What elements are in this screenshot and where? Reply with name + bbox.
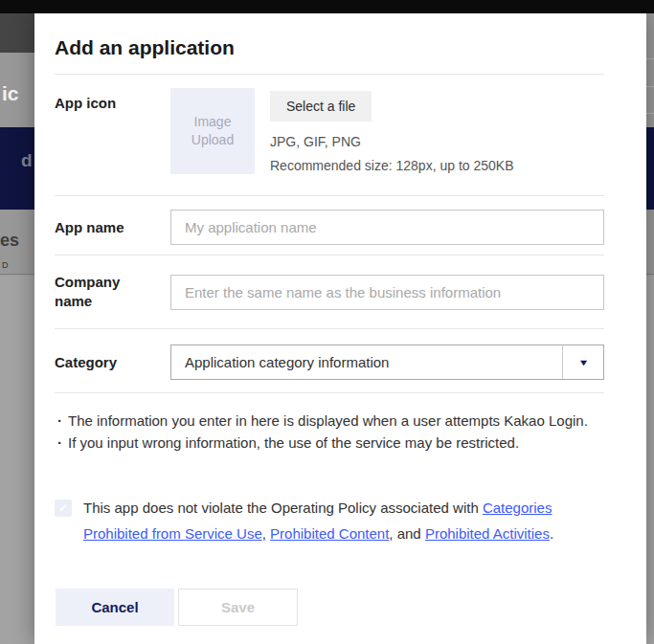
backdrop-segment [646, 210, 654, 275]
note-text: If you input wrong information, the use … [68, 432, 519, 454]
chevron-down-icon: ▼ [577, 358, 589, 367]
cancel-button[interactable]: Cancel [56, 588, 174, 626]
policy-text-after: . [550, 525, 553, 542]
policy-separator: , [262, 525, 270, 542]
backdrop-navy-band: d [0, 127, 34, 210]
add-application-modal: Add an application App icon Image Upload… [34, 13, 646, 644]
link-prohibited-activities[interactable]: Prohibited Activities [425, 525, 550, 542]
app-name-input[interactable] [170, 210, 604, 245]
backdrop-segment [646, 13, 654, 127]
backdrop-text-fragment: es [0, 231, 19, 251]
backdrop-text-fragment: ic [2, 82, 19, 105]
category-select[interactable]: Application category information ▼ [170, 344, 604, 380]
note-item: · The information you enter in here is d… [55, 410, 604, 432]
app-name-label: App name [55, 218, 170, 237]
notes-list: · The information you enter in here is d… [55, 410, 604, 454]
backdrop-segment [646, 276, 654, 644]
link-prohibited-content[interactable]: Prohibited Content [270, 525, 389, 542]
backdrop-top-bar [0, 0, 654, 13]
select-file-button[interactable]: Select a file [270, 91, 372, 122]
backdrop-text-fragment: D [2, 260, 9, 270]
image-upload-placeholder-text: Image Upload [180, 113, 245, 149]
modal-title: Add an application [55, 36, 604, 59]
image-upload-dropzone[interactable]: Image Upload [170, 88, 255, 174]
company-name-label: Company name [55, 273, 170, 311]
note-item: · If you input wrong information, the us… [55, 432, 604, 454]
file-formats-text: JPG, GIF, PNG [270, 130, 514, 154]
backdrop-right-strip [646, 13, 654, 644]
save-button[interactable]: Save [178, 588, 298, 626]
backdrop-segment [0, 276, 34, 644]
backdrop-navy-band [646, 127, 654, 210]
size-recommendation-text: Recommended size: 128px, up to 250KB [270, 154, 514, 178]
bullet-icon: · [55, 410, 68, 432]
form-row-company-name: Company name [55, 255, 604, 328]
backdrop-segment: es D [0, 210, 34, 275]
category-dropdown-button[interactable]: ▼ [562, 345, 603, 379]
policy-separator: , and [389, 525, 425, 542]
form-row-app-name: App name [55, 196, 604, 255]
backdrop-text-fragment: d [21, 150, 33, 171]
backdrop-segment: ic [0, 53, 34, 127]
app-icon-field: Image Upload Select a file JPG, GIF, PNG… [170, 88, 514, 178]
category-select-value: Application category information [171, 345, 562, 379]
company-name-input[interactable] [170, 275, 604, 310]
app-icon-label: App icon [55, 88, 170, 178]
policy-text-before: This app does not violate the Operating … [83, 500, 483, 516]
policy-text: This app does not violate the Operating … [83, 495, 604, 546]
note-text: The information you enter in here is dis… [68, 410, 588, 432]
form-row-app-icon: App icon Image Upload Select a file JPG,… [55, 75, 604, 195]
backdrop-header-segment [0, 13, 34, 53]
category-label: Category [55, 353, 170, 372]
backdrop-left-strip: ic d es D [0, 13, 34, 644]
check-icon: ✓ [58, 501, 68, 515]
policy-checkbox[interactable]: ✓ [55, 500, 72, 517]
bullet-icon: · [55, 432, 68, 454]
policy-agreement-row: ✓ This app does not violate the Operatin… [55, 495, 604, 546]
form-row-category: Category Application category informatio… [55, 329, 604, 392]
upload-info: Select a file JPG, GIF, PNG Recommended … [270, 88, 514, 178]
divider [55, 392, 604, 393]
modal-footer-buttons: Cancel Save [55, 588, 604, 626]
